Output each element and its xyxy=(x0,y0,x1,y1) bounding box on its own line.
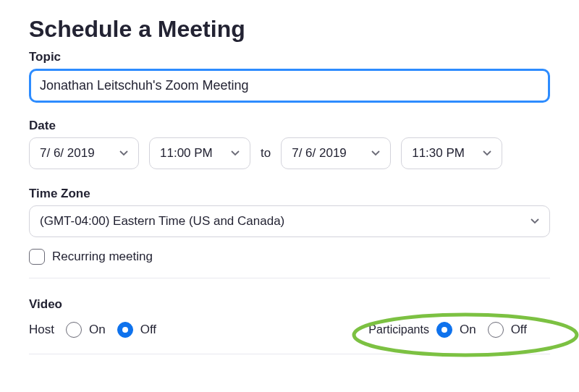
date-label: Date xyxy=(29,119,550,133)
chevron-down-icon xyxy=(371,150,380,157)
host-off-label: Off xyxy=(140,323,156,337)
end-time-select[interactable]: 11:30 PM xyxy=(401,137,502,169)
video-row: Host On Off Participants On Off xyxy=(29,318,550,354)
to-label: to xyxy=(261,146,271,161)
host-label: Host xyxy=(29,323,54,337)
recurring-label: Recurring meeting xyxy=(52,250,153,264)
host-video-group: Host On Off xyxy=(29,322,161,338)
start-time-value: 11:00 PM xyxy=(160,146,213,161)
host-on-label: On xyxy=(89,323,106,337)
participants-on-label: On xyxy=(460,323,476,337)
start-date-value: 7/ 6/ 2019 xyxy=(40,146,95,161)
participants-label: Participants xyxy=(368,323,429,336)
date-row: 7/ 6/ 2019 11:00 PM to 7/ 6/ 2019 11:30 … xyxy=(29,137,550,169)
timezone-select[interactable]: (GMT-04:00) Eastern Time (US and Canada) xyxy=(29,205,550,237)
topic-input[interactable] xyxy=(29,69,550,103)
end-date-value: 7/ 6/ 2019 xyxy=(292,146,347,161)
start-date-select[interactable]: 7/ 6/ 2019 xyxy=(29,137,139,169)
participants-video-group: Participants On Off xyxy=(350,318,550,342)
chevron-down-icon xyxy=(119,150,128,157)
chevron-down-icon xyxy=(483,150,491,157)
page-title: Schedule a Meeting xyxy=(29,16,550,43)
recurring-checkbox[interactable] xyxy=(29,249,45,265)
participants-off-label: Off xyxy=(511,323,527,337)
participants-off-radio[interactable] xyxy=(488,322,504,338)
host-on-radio[interactable] xyxy=(66,322,82,338)
timezone-label: Time Zone xyxy=(29,187,550,201)
chevron-down-icon xyxy=(531,218,539,225)
topic-label: Topic xyxy=(29,50,550,64)
timezone-value: (GMT-04:00) Eastern Time (US and Canada) xyxy=(40,214,284,229)
end-time-value: 11:30 PM xyxy=(412,146,465,161)
chevron-down-icon xyxy=(231,150,240,157)
participants-on-radio[interactable] xyxy=(436,322,452,338)
host-off-radio[interactable] xyxy=(117,322,133,338)
recurring-row: Recurring meeting xyxy=(29,249,550,278)
end-date-select[interactable]: 7/ 6/ 2019 xyxy=(281,137,391,169)
video-label: Video xyxy=(29,297,550,312)
start-time-select[interactable]: 11:00 PM xyxy=(149,137,250,169)
